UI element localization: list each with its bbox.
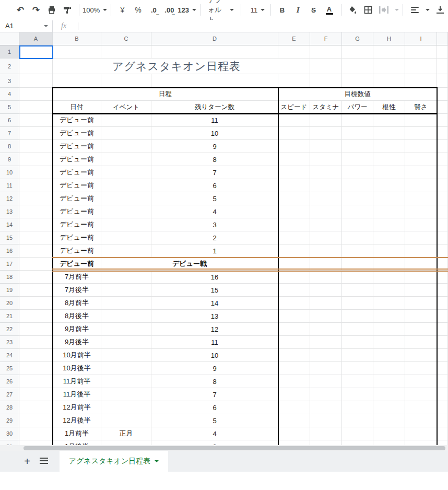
horizontal-scrollbar-thumb[interactable] (23, 446, 445, 450)
cell-J19[interactable] (437, 284, 448, 297)
cell-H19[interactable] (373, 284, 405, 297)
cell-E23[interactable] (278, 336, 310, 349)
cell-G26[interactable] (342, 375, 373, 388)
cell-A30[interactable] (19, 427, 53, 440)
row-header-30[interactable]: 30 (0, 427, 19, 440)
cell-I7[interactable] (405, 127, 437, 140)
row-header-15[interactable]: 15 (0, 231, 19, 244)
cell-F2[interactable] (310, 59, 342, 74)
cell-I14[interactable] (405, 218, 437, 231)
cell-A11[interactable] (19, 179, 53, 192)
cell-J24[interactable] (437, 349, 448, 362)
cell-E19[interactable] (278, 284, 310, 297)
cell-G15[interactable] (342, 231, 373, 244)
cell-H7[interactable] (373, 127, 405, 140)
paint-format-icon[interactable] (61, 3, 74, 17)
cell-B11[interactable]: デビュー前 (53, 179, 101, 192)
cell-F3[interactable] (310, 74, 342, 88)
cell-D20[interactable]: 14 (151, 297, 278, 310)
cell-J30[interactable] (437, 427, 448, 440)
cell-J15[interactable] (437, 231, 448, 244)
name-box[interactable]: A1 (0, 20, 52, 32)
cell-G12[interactable] (342, 192, 373, 205)
cell-A9[interactable] (19, 153, 53, 166)
cell-I15[interactable] (405, 231, 437, 244)
cell-F1[interactable] (310, 45, 342, 59)
cell-F20[interactable] (310, 297, 342, 310)
cell-G18[interactable] (342, 271, 373, 284)
cell-B31[interactable]: 1月後半 (53, 440, 101, 445)
cell-B20[interactable]: 8月前半 (53, 297, 101, 310)
cell-H13[interactable] (373, 205, 405, 218)
decrease-decimal-button[interactable]: .0← (147, 3, 160, 17)
cell-G22[interactable] (342, 323, 373, 336)
cell-F17[interactable] (310, 258, 342, 271)
cell-J16[interactable] (437, 244, 448, 258)
cell-G7[interactable] (342, 127, 373, 140)
cell-G8[interactable] (342, 140, 373, 153)
cell-D19[interactable]: 15 (151, 284, 278, 297)
cell-B6[interactable]: デビュー前 (53, 114, 101, 127)
column-header-I[interactable]: I (405, 32, 437, 45)
cell-C1[interactable] (101, 45, 151, 59)
increase-decimal-button[interactable]: .00→ (163, 3, 175, 17)
cell-J21[interactable] (437, 310, 448, 323)
cell-D23[interactable]: 11 (151, 336, 278, 349)
cell-E24[interactable] (278, 349, 310, 362)
cell-G11[interactable] (342, 179, 373, 192)
cell-F9[interactable] (310, 153, 342, 166)
cell-D18[interactable]: 16 (151, 271, 278, 284)
borders-icon[interactable] (362, 3, 374, 17)
cell-C6[interactable] (101, 114, 151, 127)
italic-button[interactable]: I (292, 3, 304, 17)
cell-G5[interactable]: パワー (342, 101, 373, 114)
cell-J12[interactable] (437, 192, 448, 205)
cell-B24[interactable]: 10月前半 (53, 349, 101, 362)
cell-I3[interactable] (405, 74, 437, 88)
cell-E18[interactable] (278, 271, 310, 284)
row-header-29[interactable]: 29 (0, 414, 19, 427)
row-header-3[interactable]: 3 (0, 74, 19, 88)
cell-G14[interactable] (342, 218, 373, 231)
cell-G9[interactable] (342, 153, 373, 166)
cell-C20[interactable] (101, 297, 151, 310)
cell-B14[interactable]: デビュー前 (53, 218, 101, 231)
cell-J11[interactable] (437, 179, 448, 192)
cell-G3[interactable] (342, 74, 373, 88)
cell-B8[interactable]: デビュー前 (53, 140, 101, 153)
row-header-16[interactable]: 16 (0, 244, 19, 258)
cell-A2[interactable] (19, 59, 53, 74)
cell-B22[interactable]: 9月前半 (53, 323, 101, 336)
cell-I18[interactable] (405, 271, 437, 284)
cell-I25[interactable] (405, 362, 437, 375)
cell-A4[interactable] (19, 88, 53, 101)
cell-B12[interactable]: デビュー前 (53, 192, 101, 205)
cell-F24[interactable] (310, 349, 342, 362)
more-formats-button[interactable]: 123 (179, 3, 195, 17)
row-header-12[interactable]: 12 (0, 192, 19, 205)
cell-A3[interactable] (19, 74, 53, 88)
cell-D26[interactable]: 8 (151, 375, 278, 388)
cell-G27[interactable] (342, 388, 373, 401)
column-header-G[interactable]: G (342, 32, 373, 45)
cell-A29[interactable] (19, 414, 53, 427)
cell-J25[interactable] (437, 362, 448, 375)
cell-F8[interactable] (310, 140, 342, 153)
cell-J26[interactable] (437, 375, 448, 388)
column-header-H[interactable]: H (373, 32, 405, 45)
cell-A10[interactable] (19, 166, 53, 179)
cell-H12[interactable] (373, 192, 405, 205)
row-header-18[interactable]: 18 (0, 271, 19, 284)
cell-G1[interactable] (342, 45, 373, 59)
cell-C30[interactable]: 正月 (101, 427, 151, 440)
cell-G20[interactable] (342, 297, 373, 310)
cell-I27[interactable] (405, 388, 437, 401)
cell-J10[interactable] (437, 166, 448, 179)
cell-A16[interactable] (19, 244, 53, 258)
cell-D22[interactable]: 12 (151, 323, 278, 336)
cell-D12[interactable]: 5 (151, 192, 278, 205)
cell-C23[interactable] (101, 336, 151, 349)
cell-E1[interactable] (278, 45, 310, 59)
cell-I17[interactable] (405, 258, 437, 271)
row-header-19[interactable]: 19 (0, 284, 19, 297)
